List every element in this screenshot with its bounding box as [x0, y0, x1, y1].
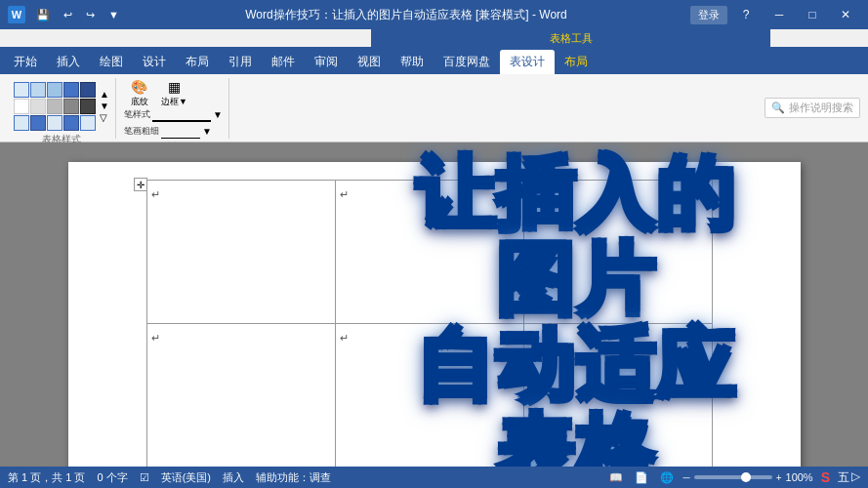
web-view-btn[interactable]: 🌐 [658, 469, 676, 485]
cell-arrow-1: ↵ [151, 188, 160, 200]
table-cell-1-1: ↵ [146, 181, 335, 324]
undo-quick-btn[interactable]: ↩ [61, 8, 75, 22]
context-ribbon-label: 表格工具 [371, 29, 770, 47]
help-icon[interactable]: ? [731, 4, 761, 25]
page-view-btn[interactable]: 📄 [633, 469, 650, 485]
borders-btn[interactable]: ▦ 边框▼ [157, 82, 191, 105]
search-placeholder: 操作说明搜索 [789, 101, 853, 115]
svg-text:W: W [12, 9, 22, 20]
cell-arrow-4: ↵ [151, 332, 160, 344]
cell-arrow-2: ↵ [340, 188, 349, 200]
borders-buttons: 🎨 底纹 ▦ 边框▼ 笔样式 ▼ 笔画粗细 ▼ [124, 82, 223, 139]
print-view-btn[interactable]: 📖 [607, 469, 625, 485]
customize-quick-btn[interactable]: ▼ [105, 8, 122, 21]
tray-icon-1: 五 [838, 469, 849, 486]
title-bar-controls: 登录 ? ─ □ ✕ [690, 4, 860, 25]
maximize-button[interactable]: □ [798, 4, 827, 25]
check-icon: ☑ [140, 471, 149, 484]
search-box[interactable]: 🔍 操作说明搜索 [765, 98, 860, 118]
title-bar-left: W 💾 ↩ ↪ ▼ [8, 6, 122, 23]
table-styles-gallery[interactable] [14, 82, 96, 131]
language-indicator[interactable]: 英语(美国) [161, 470, 211, 485]
ribbon-content: ▲ ▼ ▽ 表格样式 🎨 底纹 ▦ 边框▼ [0, 74, 868, 142]
tab-table-layout[interactable]: 布局 [555, 50, 598, 74]
pen-style-dropdown[interactable] [152, 108, 211, 122]
document-area: ✛ ↵ ↵ ↵ ↵ ↵ [0, 142, 868, 467]
shading-btn[interactable]: 🎨 底纹 [124, 82, 155, 105]
tab-insert[interactable]: 插入 [47, 50, 90, 74]
page-count: 第 1 页，共 1 页 [8, 470, 85, 485]
tab-view[interactable]: 视图 [348, 50, 391, 74]
word-count: 0 个字 [97, 470, 127, 485]
cell-arrow-5: ↵ [340, 332, 349, 344]
search-icon: 🔍 [771, 102, 785, 114]
ribbon-group-borders: 🎨 底纹 ▦ 边框▼ 笔样式 ▼ 笔画粗细 ▼ [118, 78, 229, 139]
accessibility-status[interactable]: 辅助功能：调查 [256, 470, 331, 485]
tray-icons: 五 ▷ [838, 469, 860, 486]
cell-arrow-6: ↵ [528, 332, 537, 344]
zoom-out-btn[interactable]: ─ [683, 472, 690, 483]
table-cell-1-2: ↵ [335, 181, 523, 324]
wps-logo: S [821, 469, 830, 485]
cell-arrow-3: ↵ [528, 188, 537, 200]
pen-weight-dropdown[interactable] [161, 125, 200, 139]
document-page: ✛ ↵ ↵ ↵ ↵ ↵ [68, 162, 801, 467]
tab-layout[interactable]: 布局 [176, 50, 219, 74]
tab-references[interactable]: 引用 [219, 50, 262, 74]
redo-quick-btn[interactable]: ↪ [83, 8, 98, 22]
table-styles-scroll[interactable]: ▲ ▼ ▽ [100, 89, 109, 123]
table-cell-2-2: ↵ [335, 324, 523, 468]
word-app-icon: W [8, 6, 25, 23]
tab-table-design[interactable]: 表设计 [500, 50, 555, 74]
save-quick-btn[interactable]: 💾 [33, 8, 53, 22]
table-cell-2-3: ↵ [523, 324, 712, 468]
table-cell-2-1: ↵ [146, 324, 335, 468]
tab-baidu[interactable]: 百度网盘 [434, 50, 500, 74]
tray-icon-2: ▷ [851, 469, 860, 486]
title-bar: W 💾 ↩ ↪ ▼ Word操作技巧：让插入的图片自动适应表格 [兼容模式] -… [0, 0, 868, 29]
status-bar: 第 1 页，共 1 页 0 个字 ☑ 英语(美国) 插入 辅助功能：调查 📖 📄… [0, 467, 868, 488]
tab-mailings[interactable]: 邮件 [262, 50, 305, 74]
close-button[interactable]: ✕ [831, 4, 860, 25]
table-cell-1-3: ↵ [523, 181, 712, 324]
zoom-level: 100% [786, 471, 813, 483]
tab-design[interactable]: 设计 [133, 50, 176, 74]
document-table: ↵ ↵ ↵ ↵ ↵ ↵ [146, 180, 713, 467]
zoom-slider[interactable] [694, 475, 772, 479]
status-bar-right: 📖 📄 🌐 ─ + 100% S 五 ▷ [607, 469, 860, 486]
tab-review[interactable]: 审阅 [305, 50, 348, 74]
zoom-thumb[interactable] [741, 472, 751, 482]
table-move-handle[interactable]: ✛ [134, 178, 147, 191]
tab-draw[interactable]: 绘图 [90, 50, 133, 74]
ribbon-group-table-styles: ▲ ▼ ▽ 表格样式 [8, 78, 116, 139]
tab-help[interactable]: 帮助 [391, 50, 434, 74]
insert-mode[interactable]: 插入 [223, 470, 244, 485]
zoom-in-btn[interactable]: + [776, 472, 782, 483]
ribbon-tab-bar: 开始 插入 绘图 设计 布局 引用 邮件 审阅 视图 帮助 百度网盘 表设计 布… [0, 47, 868, 74]
minimize-button[interactable]: ─ [765, 4, 794, 25]
zoom-control: ─ + 100% [683, 471, 813, 483]
login-button[interactable]: 登录 [690, 6, 727, 24]
tab-start[interactable]: 开始 [4, 50, 47, 74]
table-style-buttons: ▲ ▼ ▽ [14, 82, 109, 131]
title-bar-title: Word操作技巧：让插入的图片自动适应表格 [兼容模式] - Word [122, 7, 690, 23]
